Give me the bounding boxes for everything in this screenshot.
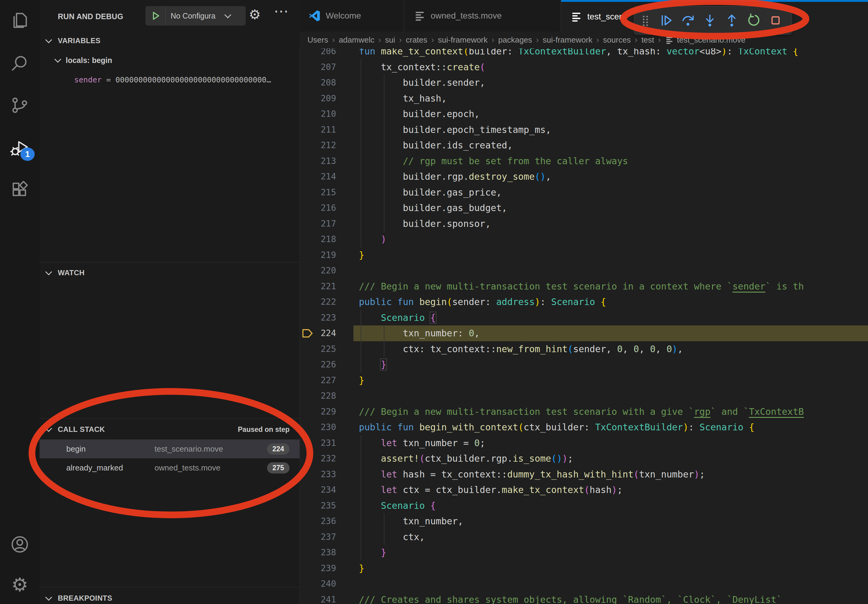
code-line-212[interactable]: 212 builder.ids_created, — [299, 138, 868, 153]
code-line-240[interactable]: 240 — [299, 576, 868, 592]
chevron-down-icon — [225, 12, 231, 19]
code-text: assert!(ctx_builder.rgp.is_some()); — [359, 451, 573, 466]
line-number: 226 — [299, 357, 336, 373]
sidebar-title: RUN AND DEBUG — [58, 12, 123, 21]
code-text: builder.sender, — [359, 75, 485, 91]
code-line-233[interactable]: 233 let hash = tx_context::dummy_tx_hash… — [299, 466, 868, 482]
code-line-236[interactable]: 236 txn_number, — [299, 513, 868, 529]
code-line-216[interactable]: 216 builder.gas_budget, — [299, 200, 868, 216]
breadcrumb-item[interactable]: sui-framework — [438, 35, 488, 45]
breakpoints-section-header[interactable]: BREAKPOINTS — [40, 590, 299, 604]
code-line-208[interactable]: 208 builder.sender, — [299, 75, 868, 91]
section-divider — [40, 418, 299, 418]
variables-section-header[interactable]: VARIABLES — [40, 33, 299, 49]
code-text: /// Begin a new multi-transaction test s… — [359, 404, 804, 420]
code-line-229[interactable]: 229/// Begin a new multi-transaction tes… — [299, 404, 868, 420]
breadcrumb-item[interactable]: Users — [307, 35, 328, 45]
restart-button[interactable] — [747, 13, 761, 27]
line-number: 230 — [299, 420, 336, 435]
code-line-230[interactable]: 230public fun begin_with_context(ctx_bui… — [299, 420, 868, 435]
continue-icon — [659, 13, 673, 27]
code-line-238[interactable]: 238 } — [299, 545, 868, 561]
line-number: 233 — [299, 466, 336, 482]
step-into-button[interactable] — [703, 13, 717, 27]
breadcrumb-item[interactable]: adamwelc — [339, 35, 374, 45]
start-debug-icon[interactable] — [150, 10, 161, 21]
code-line-215[interactable]: 215 builder.gas_price, — [299, 184, 868, 200]
tab-welcome[interactable]: Welcome — [299, 0, 405, 32]
frame-line-badge: 224 — [267, 443, 290, 455]
code-line-207[interactable]: 207 tx_context::create( — [299, 59, 868, 75]
variables-scope-row[interactable]: locals: begin — [40, 52, 299, 68]
code-line-220[interactable]: 220 — [299, 263, 868, 279]
breadcrumb-file[interactable]: test_scenario.move — [665, 35, 746, 45]
code-line-214[interactable]: 214 builder.rgp.destroy_some(), — [299, 169, 868, 184]
breadcrumb-item[interactable]: test — [642, 35, 654, 45]
breadcrumb-item[interactable]: sui-framework — [543, 35, 592, 45]
continue-button[interactable] — [659, 13, 673, 27]
code-line-217[interactable]: 217 builder.sponsor, — [299, 216, 868, 232]
code-line-235[interactable]: 235 Scenario { — [299, 498, 868, 514]
breadcrumb-item[interactable]: packages — [498, 35, 532, 45]
activity-item-extensions[interactable] — [0, 173, 40, 206]
variable-sender-row[interactable]: sender = 0000000000000000000000000000000… — [74, 72, 271, 88]
code-line-227[interactable]: 227} — [299, 373, 868, 389]
call-stack-frame-already_marked[interactable]: already_markedowned_tests.move275 — [40, 458, 299, 477]
code-text: builder.gas_price, — [359, 184, 502, 200]
more-actions-icon[interactable]: ⋯ — [274, 2, 288, 19]
code-text: builder.rgp.destroy_some(), — [359, 169, 551, 184]
activity-item-accounts[interactable] — [0, 528, 40, 561]
chevron-down-icon — [54, 56, 62, 63]
breadcrumb-separator: › — [431, 35, 434, 45]
debug-config-dropdown[interactable]: No Configura — [146, 6, 246, 26]
code-line-210[interactable]: 210 builder.epoch, — [299, 106, 868, 122]
code-line-231[interactable]: 231 let txn_number = 0; — [299, 435, 868, 451]
code-text: // rgp must be set from the caller alway… — [359, 153, 628, 169]
code-line-222[interactable]: 222public fun begin(sender: address): Sc… — [299, 294, 868, 310]
code-line-218[interactable]: 218 ) — [299, 231, 868, 247]
code-line-219[interactable]: 219} — [299, 247, 868, 263]
drag-handle-button[interactable] — [640, 15, 651, 26]
chevron-down-icon — [45, 37, 52, 43]
breadcrumb-separator: › — [658, 35, 661, 45]
code-line-234[interactable]: 234 let ctx = ctx_builder.make_tx_contex… — [299, 482, 868, 498]
step-out-button[interactable] — [725, 13, 739, 27]
call-stack-frame-begin[interactable]: begintest_scenario.move224 — [40, 440, 299, 458]
line-number: 235 — [299, 498, 336, 514]
code-line-226[interactable]: 226 } — [299, 357, 868, 373]
activity-item-source-control[interactable] — [0, 88, 40, 122]
code-text: builder.gas_budget, — [359, 200, 507, 216]
vscode-icon — [309, 10, 321, 22]
code-line-237[interactable]: 237 ctx, — [299, 529, 868, 545]
frame-file: test_scenario.move — [155, 444, 267, 454]
code-line-239[interactable]: 239} — [299, 561, 868, 576]
code-line-223[interactable]: 223 Scenario { — [299, 310, 868, 326]
activity-item-settings[interactable]: ⚙ — [0, 568, 40, 602]
code-line-232[interactable]: 232 assert!(ctx_builder.rgp.is_some()); — [299, 451, 868, 466]
activity-item-run-and-debug[interactable]: 1 — [0, 131, 40, 164]
code-line-224[interactable]: 224 txn_number: 0, — [299, 325, 868, 341]
step-over-button[interactable] — [681, 13, 695, 27]
code-line-211[interactable]: 211 builder.epoch_timestamp_ms, — [299, 122, 868, 138]
code-line-228[interactable]: 228 — [299, 388, 868, 404]
code-line-209[interactable]: 209 tx_hash, — [299, 91, 868, 107]
code-line-225[interactable]: 225 ctx: tx_context::new_from_hint(sende… — [299, 341, 868, 357]
move-file-icon — [414, 10, 426, 22]
code-line-213[interactable]: 213 // rgp must be set from the caller a… — [299, 153, 868, 169]
code-line-221[interactable]: 221/// Begin a new multi-transaction tes… — [299, 279, 868, 294]
debug-settings-gear-icon[interactable]: ⚙ — [249, 7, 260, 22]
stop-button[interactable] — [769, 13, 783, 27]
code-line-241[interactable]: 241/// Creates and shares system objects… — [299, 592, 868, 604]
breadcrumb-separator: › — [378, 35, 381, 45]
tab-owned-tests-move[interactable]: owned_tests.move — [405, 0, 561, 32]
breadcrumb-item[interactable]: sources — [603, 35, 631, 45]
activity-item-explorer[interactable] — [0, 4, 40, 37]
sidebar-run-and-debug: RUN AND DEBUG No Configura ⚙ ⋯ VARIABLES… — [40, 0, 300, 604]
breadcrumb-separator: › — [635, 35, 637, 45]
tab-label: Welcome — [326, 11, 361, 21]
vscode-window: 1⚙ RUN AND DEBUG No Configura ⚙ ⋯ VARIAB… — [0, 0, 868, 604]
breadcrumb-item[interactable]: crates — [406, 35, 427, 45]
watch-section-header[interactable]: WATCH — [40, 265, 299, 281]
activity-item-search[interactable] — [0, 47, 40, 80]
breadcrumb-item[interactable]: sui — [385, 35, 395, 45]
